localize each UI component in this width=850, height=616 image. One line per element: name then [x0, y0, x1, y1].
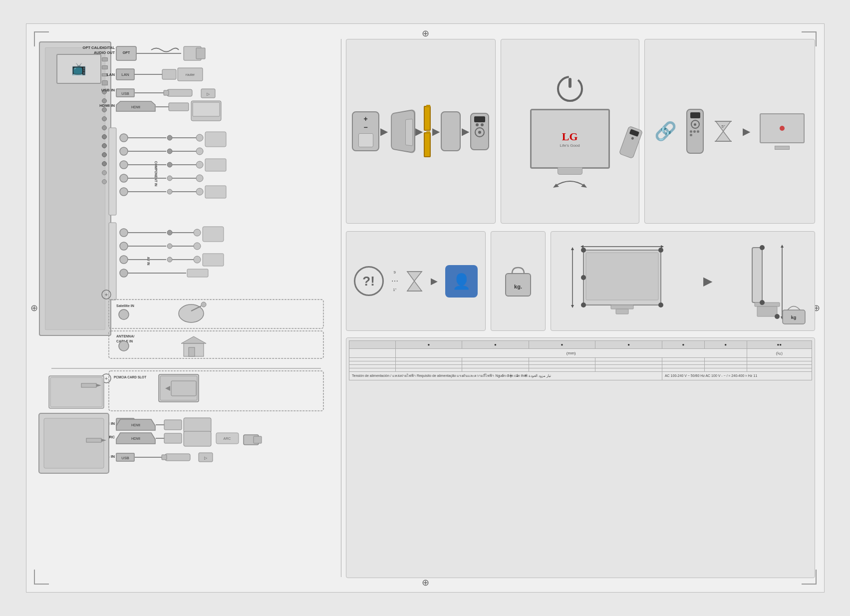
row4-c2 [462, 368, 529, 372]
svg-rect-95 [189, 347, 195, 356]
top-instruction-row: + − ▶ ▶ [346, 39, 815, 224]
svg-rect-169 [755, 303, 780, 307]
svg-point-67 [120, 242, 128, 250]
middle-row: ?! 9 ⋯ 1" ▶ 👤 [346, 231, 815, 331]
svg-text:LAN: LAN [121, 72, 129, 77]
question-icon: ?! [354, 266, 384, 296]
svg-rect-114 [184, 418, 211, 433]
svg-rect-103 [171, 381, 196, 396]
dimensions-svg [568, 243, 678, 320]
arrow-pair: ▶ [743, 125, 750, 137]
svg-text:ANTENNA/: ANTENNA/ [116, 334, 134, 338]
svg-rect-168 [752, 248, 762, 303]
svg-rect-25 [169, 103, 189, 111]
table-row [349, 358, 812, 361]
svg-rect-106 [50, 377, 102, 407]
row4-c4 [595, 368, 662, 372]
svg-point-31 [120, 134, 128, 142]
lg-logo: LG [562, 130, 578, 143]
row2-c1 [395, 361, 462, 365]
unit-label [349, 349, 396, 358]
col-4: ● [595, 341, 662, 349]
svg-rect-130 [162, 455, 167, 460]
arrow-2: ▶ [415, 125, 423, 137]
svg-text:OPT: OPT [123, 51, 130, 54]
svg-point-88 [201, 302, 206, 307]
svg-marker-167 [571, 305, 574, 308]
svg-text:USB: USB [121, 91, 129, 96]
weight-panel: kg. [491, 231, 546, 331]
tv-dimensions-diagram [568, 243, 678, 320]
connector-diagram-section: 📺 OPT OPT CAL/DIGITAL AUDIO OUT LAN [36, 39, 336, 578]
row1-c2 [462, 358, 529, 361]
col-7: ●● [747, 341, 812, 349]
row3-c6 [704, 365, 747, 368]
svg-rect-124 [254, 436, 262, 443]
svg-text:USB IN: USB IN [101, 88, 115, 92]
svg-point-37 [120, 147, 128, 155]
svg-marker-163 [580, 245, 583, 248]
svg-point-39 [167, 149, 172, 154]
arrow-4: ▶ [462, 125, 469, 137]
svg-text:PCMCIA CARD SLOT: PCMCIA CARD SLOT [114, 375, 146, 379]
svg-rect-136 [86, 438, 101, 442]
svg-point-172 [760, 300, 765, 305]
col-3: ● [529, 341, 595, 349]
link-icon: 🔗 [654, 121, 677, 142]
svg-text:router: router [186, 73, 195, 76]
svg-marker-93 [181, 336, 206, 343]
vertical-divider [341, 39, 341, 577]
svg-rect-10 [162, 69, 176, 79]
small-hourglass [406, 270, 423, 293]
svg-rect-156 [616, 309, 628, 314]
svg-marker-143 [716, 131, 731, 141]
weight-scale-icon: kg [780, 300, 808, 327]
svg-text:OPT CAL/DIGITAL: OPT CAL/DIGITAL [83, 45, 115, 50]
svg-point-72 [120, 256, 128, 264]
svg-text:LAN: LAN [107, 72, 115, 77]
svg-text:HDMI: HDMI [131, 423, 140, 427]
svg-rect-113 [164, 420, 182, 430]
col-model [349, 341, 396, 349]
svg-rect-89 [109, 331, 323, 358]
svg-text:Satellite IN: Satellite IN [116, 304, 134, 308]
lg-tagline: Life's Good [560, 143, 580, 148]
row3-c5 [662, 365, 704, 368]
arrow-1: ▶ [380, 125, 388, 137]
power-icon [555, 74, 585, 104]
svg-point-171 [760, 245, 765, 250]
svg-point-86 [179, 305, 204, 322]
svg-text:AUDIO OUT: AUDIO OUT [94, 50, 115, 55]
svg-point-44 [167, 162, 172, 167]
row3-model [349, 365, 396, 368]
power-panel: LG Life's Good [501, 39, 639, 224]
svg-point-35 [196, 134, 203, 141]
col-6: ● [704, 341, 747, 349]
row4-model [349, 368, 396, 372]
svg-rect-58 [205, 186, 226, 198]
row4-c1 [395, 368, 462, 372]
svg-marker-166 [571, 247, 574, 250]
svg-rect-18 [164, 90, 169, 95]
svg-point-161 [581, 275, 586, 280]
svg-marker-164 [661, 245, 664, 248]
arrow-support: ▶ [431, 276, 438, 287]
row2-model [349, 361, 396, 365]
footer-power-value: AC 100-240 V ~ 50/60 Hz AC 100 V - ~ / ≈… [662, 372, 812, 380]
svg-text:+: + [105, 292, 108, 298]
svg-point-159 [581, 303, 586, 308]
svg-rect-47 [205, 159, 226, 171]
svg-marker-148 [407, 281, 422, 291]
unit-mm: (mm) [395, 349, 747, 358]
svg-point-158 [658, 248, 663, 253]
svg-point-160 [658, 303, 663, 308]
row1-c5 [662, 358, 704, 361]
svg-point-74 [167, 257, 172, 262]
support-panel: ?! 9 ⋯ 1" ▶ 👤 [346, 231, 486, 331]
table-row [349, 361, 812, 365]
row2-c7 [747, 361, 812, 365]
reg-mark-bottom: ⊕ [422, 577, 429, 588]
svg-text:AV IN: AV IN [147, 257, 150, 266]
col-5: ● [662, 341, 704, 349]
row3-c7 [747, 365, 812, 368]
